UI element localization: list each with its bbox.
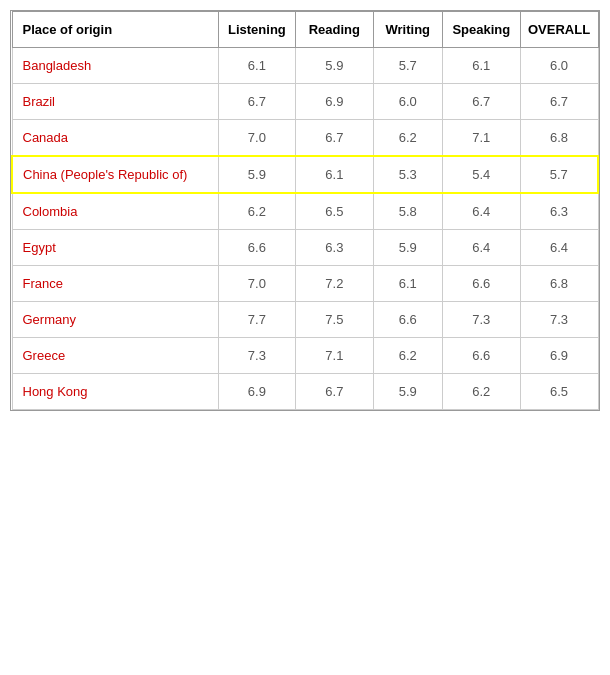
cell-listening: 6.7 [218, 84, 296, 120]
cell-listening: 7.7 [218, 302, 296, 338]
cell-listening: 6.1 [218, 48, 296, 84]
cell-speaking: 6.4 [442, 230, 520, 266]
cell-listening: 7.3 [218, 338, 296, 374]
header-writing: Writing [373, 12, 442, 48]
cell-origin: France [12, 266, 218, 302]
cell-reading: 6.5 [296, 193, 373, 230]
cell-writing: 5.9 [373, 374, 442, 410]
cell-reading: 5.9 [296, 48, 373, 84]
cell-overall: 6.8 [520, 266, 598, 302]
cell-writing: 5.3 [373, 156, 442, 193]
cell-overall: 6.3 [520, 193, 598, 230]
cell-writing: 6.6 [373, 302, 442, 338]
table-row: Brazil6.76.96.06.76.7 [12, 84, 598, 120]
cell-origin: Greece [12, 338, 218, 374]
cell-overall: 7.3 [520, 302, 598, 338]
cell-reading: 6.3 [296, 230, 373, 266]
header-listening: Listening [218, 12, 296, 48]
cell-speaking: 7.1 [442, 120, 520, 157]
cell-origin: Brazil [12, 84, 218, 120]
cell-origin: Bangladesh [12, 48, 218, 84]
cell-speaking: 6.4 [442, 193, 520, 230]
cell-writing: 5.8 [373, 193, 442, 230]
cell-origin: Hong Kong [12, 374, 218, 410]
table-row: Canada7.06.76.27.16.8 [12, 120, 598, 157]
cell-origin: Egypt [12, 230, 218, 266]
cell-writing: 6.0 [373, 84, 442, 120]
cell-listening: 7.0 [218, 120, 296, 157]
header-reading: Reading [296, 12, 373, 48]
header-speaking: Speaking [442, 12, 520, 48]
cell-reading: 7.1 [296, 338, 373, 374]
header-row: Place of origin Listening Reading Writin… [12, 12, 598, 48]
table-row: Hong Kong6.96.75.96.26.5 [12, 374, 598, 410]
cell-listening: 6.2 [218, 193, 296, 230]
header-origin: Place of origin [12, 12, 218, 48]
header-overall: OVERALL [520, 12, 598, 48]
cell-reading: 6.7 [296, 374, 373, 410]
cell-speaking: 6.2 [442, 374, 520, 410]
cell-writing: 6.2 [373, 338, 442, 374]
cell-listening: 7.0 [218, 266, 296, 302]
cell-reading: 7.5 [296, 302, 373, 338]
cell-listening: 6.9 [218, 374, 296, 410]
cell-speaking: 5.4 [442, 156, 520, 193]
cell-origin: Canada [12, 120, 218, 157]
cell-writing: 5.7 [373, 48, 442, 84]
cell-speaking: 6.7 [442, 84, 520, 120]
table-row: Egypt6.66.35.96.46.4 [12, 230, 598, 266]
cell-listening: 5.9 [218, 156, 296, 193]
cell-overall: 6.9 [520, 338, 598, 374]
cell-writing: 6.2 [373, 120, 442, 157]
table-row: China (People's Republic of)5.96.15.35.4… [12, 156, 598, 193]
cell-overall: 6.5 [520, 374, 598, 410]
table-row: Bangladesh6.15.95.76.16.0 [12, 48, 598, 84]
table-row: France7.07.26.16.66.8 [12, 266, 598, 302]
cell-overall: 6.8 [520, 120, 598, 157]
cell-overall: 6.0 [520, 48, 598, 84]
cell-speaking: 7.3 [442, 302, 520, 338]
cell-reading: 7.2 [296, 266, 373, 302]
cell-overall: 5.7 [520, 156, 598, 193]
cell-speaking: 6.6 [442, 266, 520, 302]
cell-origin: China (People's Republic of) [12, 156, 218, 193]
table-row: Colombia6.26.55.86.46.3 [12, 193, 598, 230]
cell-speaking: 6.1 [442, 48, 520, 84]
cell-origin: Colombia [12, 193, 218, 230]
cell-listening: 6.6 [218, 230, 296, 266]
cell-reading: 6.1 [296, 156, 373, 193]
scores-table: Place of origin Listening Reading Writin… [11, 11, 599, 410]
cell-origin: Germany [12, 302, 218, 338]
cell-reading: 6.9 [296, 84, 373, 120]
cell-overall: 6.4 [520, 230, 598, 266]
cell-overall: 6.7 [520, 84, 598, 120]
cell-writing: 6.1 [373, 266, 442, 302]
main-table-container: Place of origin Listening Reading Writin… [10, 10, 600, 411]
cell-writing: 5.9 [373, 230, 442, 266]
table-row: Greece7.37.16.26.66.9 [12, 338, 598, 374]
table-row: Germany7.77.56.67.37.3 [12, 302, 598, 338]
cell-speaking: 6.6 [442, 338, 520, 374]
cell-reading: 6.7 [296, 120, 373, 157]
